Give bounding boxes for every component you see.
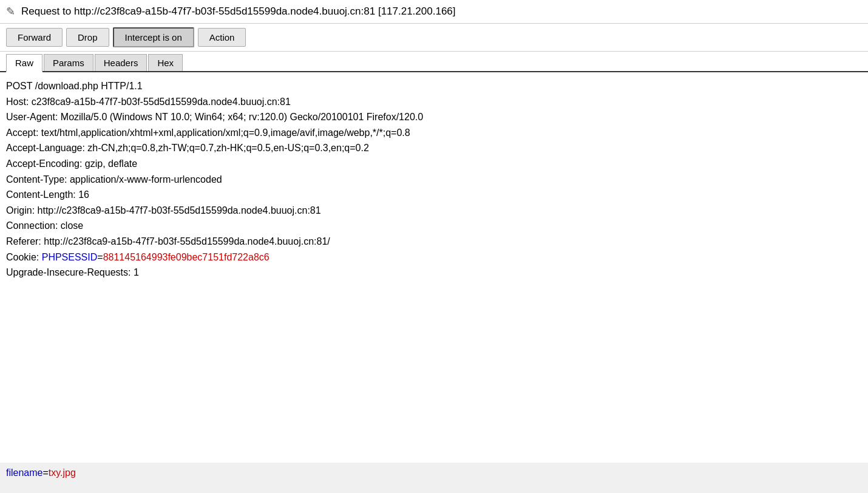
tab-hex[interactable]: Hex xyxy=(148,54,183,71)
drop-button[interactable]: Drop xyxy=(66,28,109,47)
request-line-10: Referer: http://c23f8ca9-a15b-47f7-b03f-… xyxy=(6,234,862,250)
post-param-value: txy.jpg xyxy=(49,467,76,478)
post-data-area: filename=txy.jpg xyxy=(0,463,868,493)
request-line-7: Content-Length: 16 xyxy=(6,187,862,203)
request-line-6: Content-Type: application/x-www-form-url… xyxy=(6,172,862,188)
request-line-1: Host: c23f8ca9-a15b-47f7-b03f-55d5d15599… xyxy=(6,94,862,110)
toolbar: Forward Drop Intercept is on Action xyxy=(0,24,868,52)
request-line-3: Accept: text/html,application/xhtml+xml,… xyxy=(6,125,862,141)
request-line-9: Connection: close xyxy=(6,218,862,234)
intercept-button[interactable]: Intercept is on xyxy=(113,27,194,47)
edit-icon: ✎ xyxy=(6,5,15,18)
tab-params[interactable]: Params xyxy=(44,54,93,71)
upgrade-line: Upgrade-Insecure-Requests: 1 xyxy=(6,265,862,280)
request-url: Request to http://c23f8ca9-a15b-47f7-b03… xyxy=(21,5,456,18)
action-button[interactable]: Action xyxy=(198,28,246,47)
top-bar: ✎ Request to http://c23f8ca9-a15b-47f7-b… xyxy=(0,0,868,24)
cookie-name: PHPSESSID xyxy=(42,250,98,265)
request-line-2: User-Agent: Mozilla/5.0 (Windows NT 10.0… xyxy=(6,109,862,125)
request-line-4: Accept-Language: zh-CN,zh;q=0.8,zh-TW;q=… xyxy=(6,140,862,156)
tab-headers[interactable]: Headers xyxy=(95,54,147,71)
cookie-equals: = xyxy=(97,250,103,265)
post-param-name: filename xyxy=(6,467,42,478)
tab-raw[interactable]: Raw xyxy=(6,54,42,72)
tabs: Raw Params Headers Hex xyxy=(0,52,868,72)
cookie-prefix: Cookie: xyxy=(6,250,42,265)
forward-button[interactable]: Forward xyxy=(6,28,63,47)
request-line-8: Origin: http://c23f8ca9-a15b-47f7-b03f-5… xyxy=(6,203,862,219)
cookie-line: Cookie: PHPSESSID=881145164993fe09bec715… xyxy=(6,250,862,265)
request-line-5: Accept-Encoding: gzip, deflate xyxy=(6,156,862,172)
request-line-0: POST /download.php HTTP/1.1 xyxy=(6,78,862,94)
request-body: POST /download.php HTTP/1.1 Host: c23f8c… xyxy=(0,72,868,287)
cookie-value: 881145164993fe09bec7151fd722a8c6 xyxy=(103,250,270,265)
post-equals: = xyxy=(42,467,48,478)
